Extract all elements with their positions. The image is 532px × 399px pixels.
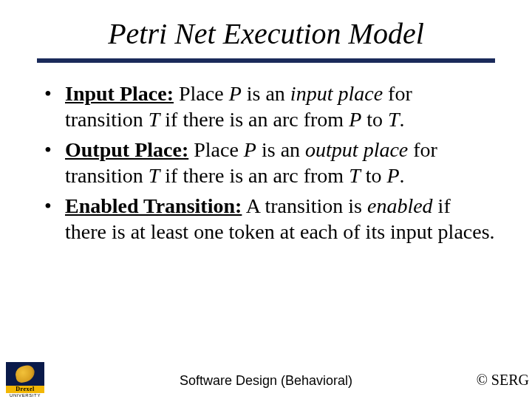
bullet-item: • Enabled Transition: A transition is en…	[44, 193, 495, 245]
bullet-dot: •	[44, 81, 65, 132]
bullet-term: Input Place:	[65, 82, 174, 105]
bullet-item: • Output Place: Place P is an output pla…	[44, 137, 495, 188]
bullet-dot: •	[44, 137, 65, 188]
var: T	[388, 108, 400, 131]
t: Place	[194, 138, 244, 161]
var: P	[244, 138, 256, 161]
var: P	[229, 82, 242, 105]
bullet-text: Output Place: Place P is an output place…	[65, 137, 495, 188]
t: to	[361, 164, 387, 187]
bullet-text: Enabled Transition: A transition is enab…	[65, 193, 495, 245]
slide-footer: Drexel UNIVERSITY Software Design (Behav…	[0, 359, 532, 395]
t: if there is an arc from	[160, 164, 349, 187]
t: .	[400, 164, 405, 187]
t: is an	[256, 138, 305, 161]
bullet-item: • Input Place: Place P is an input place…	[44, 81, 495, 132]
footer-center-text: Software Design (Behavioral)	[0, 373, 532, 389]
em: enabled	[367, 194, 433, 217]
slide: Petri Net Execution Model • Input Place:…	[0, 0, 532, 399]
t: if there is an arc from	[160, 108, 349, 131]
em: output place	[305, 138, 408, 161]
var: P	[386, 164, 399, 187]
t: A transition is	[246, 194, 367, 217]
var: T	[349, 164, 361, 187]
slide-body: • Input Place: Place P is an input place…	[0, 63, 532, 245]
t: is an	[242, 82, 290, 105]
bullet-term: Output Place:	[65, 138, 188, 161]
t: to	[361, 108, 388, 131]
var: T	[149, 164, 160, 187]
bullet-dot: •	[44, 193, 65, 245]
bullet-text: Input Place: Place P is an input place f…	[65, 81, 495, 132]
var: T	[149, 108, 160, 131]
footer-copyright: © SERG	[477, 372, 529, 389]
t: .	[400, 108, 405, 131]
slide-title: Petri Net Execution Model	[0, 0, 532, 58]
em: input place	[290, 82, 383, 105]
bullet-term: Enabled Transition:	[65, 194, 242, 217]
logo-sub: UNIVERSITY	[6, 393, 44, 398]
t: Place	[179, 82, 229, 105]
var: P	[349, 108, 361, 131]
